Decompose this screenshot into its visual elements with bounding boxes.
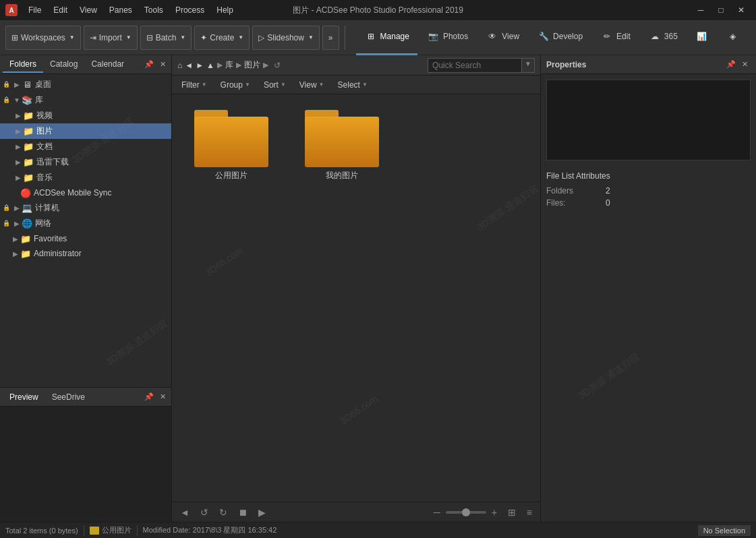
mode-tab-edit[interactable]: ✏Edit [592, 20, 639, 55]
filter-button[interactable]: Filter ▼ [177, 79, 211, 91]
tree-item-library[interactable]: 🔒▼📚库 [0, 92, 171, 108]
menu-tools[interactable]: Tools [139, 4, 169, 16]
nav-redo-button[interactable]: ↻ [216, 506, 230, 519]
statusbar-folder-name: 公用图片 [102, 525, 132, 535]
properties-close-button[interactable]: ✕ [738, 59, 751, 71]
breadcrumb-up[interactable]: ▲ [206, 61, 214, 70]
tree-item-computer[interactable]: 🔒▶💻计算机 [0, 200, 171, 216]
file-item-my-images[interactable]: 我的图片 [288, 100, 396, 188]
tree-folder-icon: 📚 [22, 95, 32, 106]
zoom-slider[interactable] [446, 511, 486, 514]
sort-button[interactable]: Sort ▼ [260, 79, 290, 91]
search-dropdown-button[interactable]: ▼ [522, 58, 535, 73]
tree-item-administrator[interactable]: ▶📁Administrator [0, 246, 171, 261]
mode-tab-develop[interactable]: 🔧Develop [529, 20, 591, 55]
slideshow-button[interactable]: ▷ Slideshow ▼ [252, 26, 320, 50]
tree-item-downloads[interactable]: ▶📁迅雷下载 [0, 154, 171, 170]
toolbar-separator [345, 26, 345, 50]
mode-tab-view[interactable]: 👁View [477, 20, 527, 55]
mode-tab-manage[interactable]: ⊞Manage [356, 20, 417, 55]
menu-file[interactable]: File [23, 4, 47, 16]
mode-tab-chart[interactable]: 📊 [687, 20, 717, 55]
nav-stop-button[interactable]: ⏹ [235, 506, 250, 519]
app-logo: A [5, 4, 18, 16]
tab-seedrive[interactable]: SeeDrive [45, 390, 92, 405]
create-button[interactable]: ✦ Create ▼ [194, 26, 250, 50]
tree-item-acdsee-sync[interactable]: 🔴ACDSee Mobile Sync [0, 185, 171, 200]
tree-item-label: 视频 [36, 110, 53, 121]
minimize-button[interactable]: ─ [691, 3, 710, 17]
tree-folder-icon: 🌐 [22, 218, 32, 229]
workspaces-button[interactable]: ⊞ Workspaces ▼ [5, 26, 81, 50]
tree-item-label: 桌面 [35, 79, 51, 90]
tree-item-images[interactable]: ▶📁图片 [0, 123, 171, 139]
nav-back-button[interactable]: ◄ [177, 506, 192, 519]
close-button[interactable]: ✕ [732, 3, 751, 17]
nav-undo-button[interactable]: ↺ [198, 506, 211, 519]
mode-tab-365[interactable]: ☁365 [640, 20, 686, 55]
mode-tab-eye2[interactable]: ◈ [718, 20, 748, 55]
import-button[interactable]: ⇥ Import ▼ [84, 26, 138, 50]
select-button[interactable]: Select ▼ [334, 79, 372, 91]
tab-calendar[interactable]: Calendar [84, 57, 131, 73]
quick-search-input[interactable] [428, 58, 522, 73]
tab-preview[interactable]: Preview [3, 390, 45, 405]
workspaces-arrow-icon: ▼ [69, 34, 75, 40]
breadcrumb-forward[interactable]: ► [196, 61, 204, 70]
refresh-button[interactable]: ↺ [274, 61, 281, 70]
tree-item-label: Favorites [34, 234, 67, 243]
tree-item-label: 库 [35, 94, 43, 106]
tab-catalog[interactable]: Catalog [43, 57, 84, 73]
edit-tab-label: Edit [616, 32, 631, 41]
tree-item-network[interactable]: 🔒▶🌐网络 [0, 216, 171, 231]
view-mode-list[interactable]: ≡ [524, 506, 535, 519]
lock-icon: 🔒 [3, 81, 11, 89]
maximize-button[interactable]: □ [711, 3, 730, 17]
breadcrumb-library[interactable]: 库 [225, 59, 233, 71]
folder-body [194, 117, 268, 167]
tree-item-videos[interactable]: ▶📁视频 [0, 108, 171, 123]
tree-item-label: ACDSee Mobile Sync [34, 188, 111, 198]
breadcrumb-back[interactable]: ◄ [185, 61, 193, 70]
select-arrow-icon: ▼ [362, 82, 368, 88]
tree-folder-icon: 🖥 [22, 80, 32, 90]
tree-arrow-icon: ▶ [13, 174, 23, 181]
create-label: Create [210, 33, 234, 42]
eye2-icon: ◈ [726, 30, 740, 43]
menu-process[interactable]: Process [170, 4, 210, 16]
batch-button[interactable]: ⊟ Batch ▼ [140, 26, 192, 50]
panel-pin-button[interactable]: 📌 [143, 59, 155, 71]
tree-item-favorites[interactable]: ▶📁Favorites [0, 231, 171, 246]
menu-help[interactable]: Help [211, 4, 239, 16]
365-icon: ☁ [648, 30, 662, 43]
expand-button[interactable]: » [322, 26, 339, 50]
breadcrumb-home[interactable]: ⌂ [177, 61, 182, 70]
preview-pin-button[interactable]: 📌 [143, 391, 155, 403]
menu-view[interactable]: View [74, 4, 103, 16]
quick-search: ▼ [428, 58, 535, 73]
breadcrumb-images[interactable]: 图片 [244, 59, 260, 71]
create-arrow-icon: ▼ [238, 34, 243, 40]
tree-item-music[interactable]: ▶📁音乐 [0, 170, 171, 185]
menu-edit[interactable]: Edit [48, 4, 73, 16]
tree-item-label: 迅雷下载 [36, 156, 69, 168]
zoom-out-button[interactable]: ─ [431, 506, 443, 519]
tab-folders[interactable]: Folders [3, 57, 43, 73]
zoom-in-button[interactable]: + [489, 506, 500, 519]
nav-play-button[interactable]: ▶ [256, 506, 268, 519]
preview-close-button[interactable]: ✕ [156, 391, 169, 403]
mode-tab-photos[interactable]: 📷Photos [419, 20, 476, 55]
properties-pin-button[interactable]: 📌 [725, 59, 737, 71]
tree-arrow-icon: ▶ [12, 204, 22, 212]
view-mode-thumbnail[interactable]: ⊞ [505, 506, 519, 519]
menu-panes[interactable]: Panes [104, 4, 138, 16]
tree-item-desktop[interactable]: 🔒▶🖥桌面 [0, 77, 171, 92]
panel-close-button[interactable]: ✕ [156, 59, 169, 71]
edit-icon: ✏ [600, 30, 614, 43]
filter-bar: Filter ▼ Group ▼ Sort ▼ View ▼ Select ▼ [172, 76, 540, 94]
file-item-public-images[interactable]: 公用图片 [177, 100, 285, 188]
folder-icon [194, 107, 268, 167]
tree-item-docs[interactable]: ▶📁文档 [0, 139, 171, 154]
view-button[interactable]: View ▼ [295, 79, 328, 91]
group-button[interactable]: Group ▼ [216, 79, 254, 91]
